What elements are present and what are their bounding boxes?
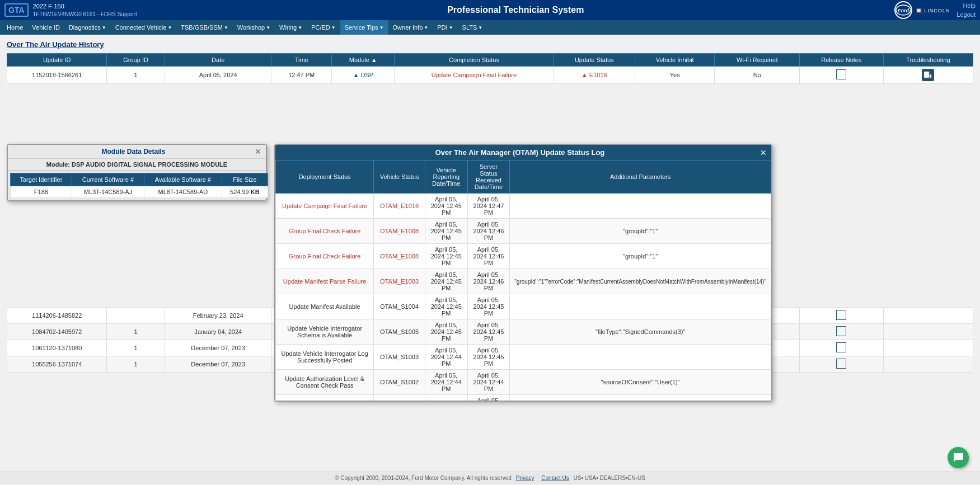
nav-pdi[interactable]: PDI ▼ bbox=[433, 20, 457, 35]
nav-workshop[interactable]: Workshop ▼ bbox=[233, 20, 275, 35]
group-id: 1 bbox=[107, 67, 165, 84]
nav-home[interactable]: Home bbox=[2, 20, 27, 35]
troubleshooting[interactable]: ! bbox=[883, 67, 973, 84]
otam-modal-title: Over The Air Manager (OTAM) Update Statu… bbox=[280, 148, 760, 157]
svg-rect-2 bbox=[924, 72, 929, 78]
release-notes[interactable] bbox=[800, 356, 884, 373]
date: January 04, 2024 bbox=[165, 324, 271, 340]
col-deployment: Deployment Status bbox=[276, 161, 374, 194]
table-row: 1152018-1566261 1 April 05, 2024 12:47 P… bbox=[7, 67, 973, 84]
vehicle-status: OTAM_E1016 bbox=[374, 194, 425, 219]
nav-slts[interactable]: SLTS ▼ bbox=[458, 20, 487, 35]
time: 12:47 PM bbox=[271, 67, 332, 84]
release-notes-icon[interactable] bbox=[836, 69, 846, 79]
svg-text:Ford: Ford bbox=[898, 8, 909, 13]
table-row: Update Vehicle Interrogator Log Successf… bbox=[276, 345, 771, 370]
server-dt: April 05, 2024 12:45 PM bbox=[467, 294, 510, 319]
update-status-text: ▲ E1016 bbox=[582, 72, 607, 78]
col-time: Time bbox=[271, 54, 332, 67]
release-notes-icon[interactable] bbox=[836, 310, 846, 320]
chat-button[interactable] bbox=[948, 447, 969, 468]
reporting-dt: April 05, 2024 12:44 PM bbox=[425, 370, 467, 395]
server-dt: April 05, 2024 12:44 PM bbox=[467, 370, 510, 395]
update-id: 1114206-1485822 bbox=[7, 308, 107, 324]
server-dt: April 05, 2024 12:44 PM bbox=[467, 395, 510, 401]
nav-bar: Home Vehicle ID Diagnostics ▼ Connected … bbox=[0, 20, 980, 35]
module[interactable]: ▲ DSP bbox=[332, 67, 395, 84]
reporting-dt: April 05, 2024 12:45 PM bbox=[425, 319, 467, 345]
top-bar-left: GTA 2022 F-150 1FT6W1EV4NWG0 6161 - FDRS… bbox=[4, 2, 137, 17]
release-notes-icon[interactable] bbox=[836, 342, 846, 352]
top-bar: GTA 2022 F-150 1FT6W1EV4NWG0 6161 - FDRS… bbox=[0, 0, 980, 20]
col-completion: Completion Status bbox=[395, 54, 554, 67]
col-update-id: Update ID bbox=[7, 54, 107, 67]
update-id: 1152018-1566261 bbox=[7, 67, 107, 84]
module-modal-close[interactable]: ✕ bbox=[255, 148, 261, 156]
release-notes-icon[interactable] bbox=[836, 326, 846, 336]
troubleshooting bbox=[883, 356, 973, 373]
module-data-table: Target Identifier Current Software # Ava… bbox=[10, 173, 268, 198]
nav-owner-info[interactable]: Owner Info ▼ bbox=[388, 20, 433, 35]
help-link[interactable]: Help bbox=[956, 1, 976, 11]
footer: © Copyright 2000, 2001-2024, Ford Motor … bbox=[0, 472, 980, 484]
col-release-notes: Release Notes bbox=[800, 54, 884, 67]
additional-params: "groupId":"1" bbox=[510, 219, 771, 244]
col-vehicle-status: Vehicle Status bbox=[374, 161, 425, 194]
gta-logo: GTA bbox=[4, 3, 29, 17]
col-vehicle-inhibit: Vehicle Inhibit bbox=[635, 54, 715, 67]
col-file-size: File Size bbox=[222, 173, 268, 186]
col-reporting-dt: Vehicle ReportingDate/Time bbox=[425, 161, 467, 194]
update-id: 1055256-1371074 bbox=[7, 356, 107, 373]
vehicle-status: OTAM_E1008 bbox=[374, 244, 425, 269]
update-status: ▲ E1016 bbox=[554, 67, 635, 84]
troubleshooting-icon[interactable]: ! bbox=[922, 69, 934, 81]
col-module: Module ▲ bbox=[332, 54, 395, 67]
table-row: Update Vehicle Interrogator Schema is Av… bbox=[276, 319, 771, 345]
additional-params: "groupId":"1""errorCode":"ManifestCurren… bbox=[510, 269, 771, 294]
additional-params bbox=[510, 395, 771, 401]
contact-link[interactable]: Contact Us bbox=[541, 475, 569, 481]
deployment-status: Update Manifest Parse Failure bbox=[276, 269, 374, 294]
release-notes-icon[interactable] bbox=[836, 359, 846, 369]
deployment-status: Update Campaign Final Failure bbox=[276, 194, 374, 219]
svg-point-5 bbox=[930, 75, 931, 77]
table-row: Group Final Check Failure OTAM_E1008 Apr… bbox=[276, 244, 771, 269]
col-target-id: Target Identifier bbox=[11, 173, 72, 186]
col-current-sw: Current Software # bbox=[72, 173, 144, 186]
vehicle-status: OTAM_S1004 bbox=[374, 294, 425, 319]
module-link[interactable]: ▲ DSP bbox=[353, 72, 373, 78]
nav-tsb[interactable]: TSB/GSB/SSM ▼ bbox=[176, 20, 233, 35]
table-row: request_delivery_in_progress Server/Clou… bbox=[276, 395, 771, 401]
reporting-dt bbox=[425, 395, 467, 401]
reporting-dt: April 05, 2024 12:45 PM bbox=[425, 269, 467, 294]
main-content: Over The Air Update History Update ID Gr… bbox=[0, 35, 980, 472]
nav-pced[interactable]: PC/ED ▼ bbox=[307, 20, 340, 35]
nav-diagnostics[interactable]: Diagnostics ▼ bbox=[64, 20, 111, 35]
vehicle-status: OTAM_S1002 bbox=[374, 370, 425, 395]
col-available-sw: Available Software # bbox=[144, 173, 222, 186]
date: December 07, 2023 bbox=[165, 340, 271, 356]
help-logout[interactable]: Help Logout bbox=[956, 1, 976, 20]
server-dt: April 05, 2024 12:47 PM bbox=[467, 194, 510, 219]
release-notes[interactable] bbox=[800, 308, 884, 324]
nav-connected-vehicle[interactable]: Connected Vehicle ▼ bbox=[111, 20, 177, 35]
otam-modal-close[interactable]: ✕ bbox=[760, 149, 767, 157]
col-server-dt: Server Status ReceivedDate/Time bbox=[467, 161, 510, 194]
available-sw: ML8T-14C589-AD bbox=[144, 186, 222, 198]
logout-link[interactable]: Logout bbox=[956, 10, 976, 20]
vehicle-inhibit: Yes bbox=[635, 67, 715, 84]
privacy-link[interactable]: Privacy bbox=[516, 475, 534, 481]
release-notes[interactable] bbox=[800, 67, 884, 84]
completion-status: Update Campaign Final Failure bbox=[395, 67, 554, 84]
update-id: 1084702-1405972 bbox=[7, 324, 107, 340]
module-modal-title: Module Data Details bbox=[12, 148, 255, 156]
release-notes[interactable] bbox=[800, 340, 884, 356]
col-group-id: Group ID bbox=[107, 54, 165, 67]
deployment-status: Update Authorization Level & Consent Che… bbox=[276, 370, 374, 395]
nav-wiring[interactable]: Wiring ▼ bbox=[275, 20, 307, 35]
nav-service-tips[interactable]: Service Tips ▼ bbox=[340, 20, 388, 35]
deployment-status: request_delivery_in_progress bbox=[276, 395, 374, 401]
nav-vehicle-id[interactable]: Vehicle ID bbox=[27, 20, 64, 35]
additional-params bbox=[510, 194, 771, 219]
release-notes[interactable] bbox=[800, 324, 884, 340]
